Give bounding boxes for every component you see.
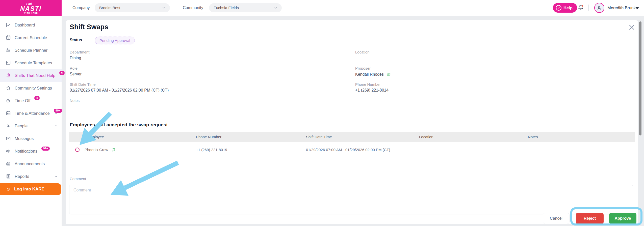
shift-date-time-label: Shift Date Time: [70, 82, 96, 87]
sidebar-item-announcements[interactable]: Announcements: [0, 157, 62, 170]
comment-input[interactable]: [69, 185, 633, 214]
status-label: Status: [70, 38, 82, 42]
notification-count-badge: 4: [34, 96, 39, 100]
phone-number-value: +1 (269) 221-8014: [355, 88, 389, 93]
cancel-button[interactable]: Cancel: [543, 213, 570, 224]
department-value: Dining: [70, 56, 81, 60]
employee-shift: 01/29/2026 07:00 AM - 01/29/2026 02:00 P…: [306, 148, 419, 152]
sidebar-item-reports[interactable]: Reports: [0, 170, 62, 183]
column-header-employee: Employee: [69, 135, 196, 139]
company-label: Company: [72, 0, 90, 16]
accepted-employees-table: Employee Phone Number Shift Date Time Lo…: [69, 132, 635, 158]
brand-logo-top: Get: [26, 2, 33, 6]
sidebar-item-label: Shifts That Need Help: [15, 73, 55, 78]
accepted-employees-heading: Employees that accepted the swap request: [70, 122, 168, 128]
sidebar-item-shifts-that-need-help[interactable]: Shifts That Need Help 6: [0, 69, 62, 82]
person-plus-icon: [6, 123, 11, 129]
location-label: Location: [355, 50, 370, 54]
calendar-icon: [6, 110, 11, 116]
chevron-down-icon: [162, 6, 166, 10]
notification-count-badge: 99+: [41, 147, 50, 151]
vertical-scrollbar[interactable]: [639, 21, 641, 135]
employee-radio-button[interactable]: [75, 148, 80, 152]
sidebar-item-schedule-planner[interactable]: Schedule Planner: [0, 44, 62, 56]
sidebar-item-label: Community Settings: [15, 86, 52, 91]
community-label: Community: [183, 0, 203, 16]
coffee-icon: [6, 98, 11, 103]
sidebar-item-time-off[interactable]: Time Off 4: [0, 94, 62, 107]
notification-count-badge: 6: [59, 71, 64, 75]
company-select[interactable]: Brooks Best: [95, 3, 170, 12]
sidebar-item-label: Dashboard: [15, 23, 35, 27]
kare-icon: [6, 186, 11, 192]
proposer-value: Kendall Rhodes: [355, 72, 391, 77]
table-header-row: Employee Phone Number Shift Date Time Lo…: [69, 132, 635, 142]
proposer-name: Kendall Rhodes: [355, 72, 384, 77]
notes-label: Notes: [70, 98, 80, 103]
role-value: Server: [70, 72, 82, 76]
notification-bell-icon[interactable]: [577, 4, 584, 11]
sidebar-item-dashboard[interactable]: Dashboard: [0, 19, 62, 31]
user-menu-caret-icon[interactable]: [635, 7, 639, 9]
sidebar: Get NASTi WITH KARE Dashboard Current Sc…: [0, 0, 62, 226]
sidebar-item-label: Messages: [15, 136, 34, 141]
kare-button-label: Log into KARE: [14, 187, 44, 192]
board-icon: [6, 161, 11, 166]
help-button[interactable]: ? Help: [553, 3, 577, 13]
approve-button[interactable]: Approve: [609, 213, 636, 224]
chevron-down-icon[interactable]: [54, 111, 58, 115]
report-icon: [6, 174, 11, 179]
sidebar-item-time-attendance[interactable]: Time & Attendance 99+: [0, 107, 62, 120]
status-badge: Pending Approval: [95, 37, 135, 44]
department-label: Department: [70, 50, 89, 54]
sidebar-item-label: Time Off: [15, 98, 30, 103]
reject-button[interactable]: Reject: [576, 213, 604, 224]
brand-logo-main: NASTi: [20, 6, 42, 12]
person-icon: [596, 5, 602, 11]
sidebar-item-label: Announcements: [15, 161, 45, 166]
sidebar-item-notifications[interactable]: Notifications 99+: [0, 145, 62, 157]
house-gear-icon: [6, 85, 11, 91]
avatar[interactable]: [594, 3, 604, 13]
shift-date-time-value: 01/27/2026 07:00 AM - 01/27/2026 02:00 P…: [70, 88, 169, 93]
sidebar-item-current-schedule[interactable]: Current Schedule: [0, 31, 62, 44]
company-select-value: Brooks Best: [99, 6, 120, 10]
sidebar-item-label: Schedule Planner: [15, 48, 47, 53]
community-select[interactable]: Fuchsia Fields: [209, 3, 282, 12]
employee-phone: +1 (269) 221-8019: [196, 148, 306, 152]
topbar-divider: [588, 5, 589, 11]
app-page: Get NASTi WITH KARE Dashboard Current Sc…: [0, 0, 644, 226]
help-button-label: Help: [563, 6, 573, 10]
log-into-kare-button[interactable]: Log into KARE: [0, 183, 61, 195]
close-icon[interactable]: [628, 24, 635, 31]
bell-alert-icon: [6, 73, 11, 78]
column-header-shift: Shift Date Time: [306, 135, 419, 139]
layout-icon: [6, 60, 11, 66]
brand-logo[interactable]: Get NASTi WITH KARE: [0, 0, 62, 16]
calendar-check-icon: [6, 35, 11, 40]
megaphone-icon: [6, 148, 11, 154]
sidebar-nav: Dashboard Current Schedule Schedule Plan…: [0, 19, 62, 183]
sidebar-item-schedule-templates[interactable]: Schedule Templates: [0, 56, 62, 69]
chevron-down-icon[interactable]: [54, 124, 58, 128]
envelope-icon: [6, 136, 11, 141]
column-header-notes: Notes: [528, 135, 635, 139]
sidebar-item-people[interactable]: People: [0, 120, 62, 132]
question-mark-icon: ?: [556, 5, 561, 11]
role-label: Role: [70, 66, 78, 70]
chat-bubbles-icon[interactable]: [111, 147, 116, 152]
chat-bubbles-icon[interactable]: [386, 72, 391, 77]
sidebar-item-label: Schedule Templates: [15, 61, 52, 65]
topbar: Company Brooks Best Community Fuchsia Fi…: [62, 0, 644, 16]
bell-icon: [577, 4, 584, 11]
sidebar-item-label: People: [15, 124, 28, 128]
user-name[interactable]: Meredith Brunk: [607, 0, 636, 16]
comment-label: Comment: [70, 177, 86, 181]
dashboard-icon: [6, 22, 11, 28]
sidebar-item-community-settings[interactable]: Community Settings: [0, 82, 62, 94]
sidebar-item-messages[interactable]: Messages: [0, 132, 62, 145]
chevron-down-icon[interactable]: [54, 174, 58, 178]
sidebar-item-label: Reports: [15, 174, 29, 179]
sidebar-item-label: Notifications: [15, 149, 37, 154]
phone-number-label: Phone Number: [355, 82, 381, 87]
